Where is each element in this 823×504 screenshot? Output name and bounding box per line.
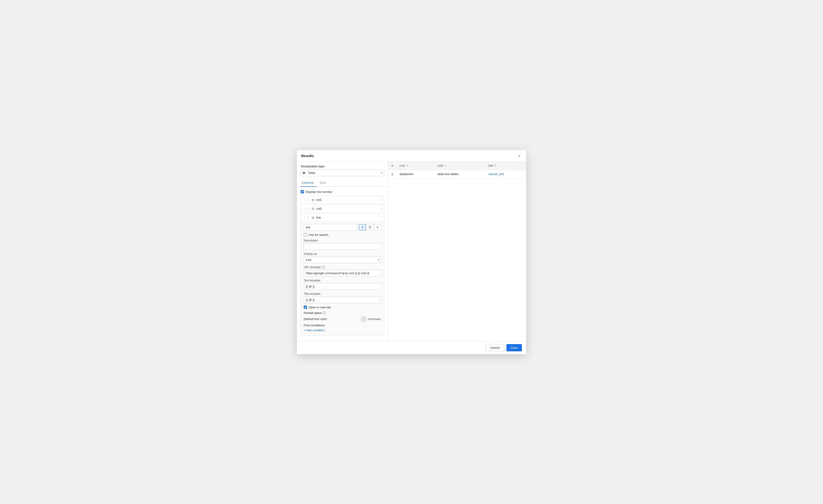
drag-handle-link[interactable]: ⋮⋮	[303, 216, 310, 219]
col-type-icon-col1: ⊞	[312, 198, 314, 202]
column-item-col1: ⋮⋮ ⊞ col1 ›	[301, 196, 384, 204]
url-template-group: URL template ?	[304, 266, 381, 277]
open-in-new-tab-row: Open in new tab	[304, 306, 381, 309]
col1-sort-icon[interactable]: ⇅	[406, 164, 408, 167]
row-num-cell: 1	[388, 170, 396, 178]
tab-columns[interactable]: Columns	[301, 179, 316, 187]
visualization-type-select[interactable]: Table Chart Pivot	[301, 169, 384, 176]
use-for-search-label: Use for search	[309, 233, 328, 236]
link-sort-icon[interactable]: ⇅	[494, 164, 496, 167]
tabs-bar: Columns Grid	[297, 179, 388, 187]
color-swatch-label: Automatic	[367, 317, 381, 321]
save-button[interactable]: Save	[506, 344, 522, 351]
preview-table-body: 1 databricks delta live tables search_li…	[388, 170, 526, 178]
format-specs-label-row: Format specs ?	[304, 311, 381, 315]
col2-sort-icon[interactable]: ⇅	[444, 164, 446, 167]
align-left-button[interactable]: ≡	[359, 224, 366, 230]
header-row: # col1 ⇅ col2 ⇅	[388, 162, 526, 170]
col2-chevron-icon: ›	[381, 207, 381, 210]
header-col2: col2 ⇅	[434, 162, 485, 170]
column-item-link-header[interactable]: ⋮⋮ ⊞ link ˅	[301, 214, 384, 221]
use-for-search-checkbox[interactable]	[304, 233, 307, 236]
col1-name: col1	[316, 198, 379, 201]
header-row-num: #	[388, 162, 396, 170]
title-template-input[interactable]	[304, 296, 381, 303]
drag-handle-col2[interactable]: ⋮⋮	[303, 207, 310, 211]
open-in-new-tab-checkbox[interactable]	[304, 306, 307, 309]
url-template-help-icon[interactable]: ?	[322, 266, 325, 269]
align-right-button[interactable]: ≡	[374, 224, 381, 230]
color-swatch[interactable]: Automatic	[361, 317, 381, 322]
add-condition-label: + Add condition	[304, 328, 325, 332]
display-as-select-wrapper: Link Text Image ▾	[304, 257, 381, 263]
display-as-select[interactable]: Link Text Image	[304, 257, 381, 263]
header-col2-label: col2	[438, 164, 443, 167]
drag-handle-col1[interactable]: ⋮⋮	[303, 198, 310, 202]
modal-title: Results	[301, 154, 314, 158]
font-conditions-label: Font conditions:	[304, 324, 381, 327]
text-template-label: Text template	[304, 279, 381, 282]
link-chevron-icon: ˅	[380, 216, 381, 219]
header-link: link ⇅	[485, 162, 526, 170]
visualization-type-label: Visualization type	[301, 165, 384, 168]
default-font-color-label: Default font color:	[304, 317, 328, 321]
left-panel: Visualization type ⊞ Table Chart Pivot ▾…	[297, 162, 388, 341]
checkerboard-icon	[361, 317, 366, 322]
link-name: link	[316, 216, 379, 219]
col1-chevron-icon: ›	[381, 198, 381, 201]
col1-cell: databricks	[396, 170, 434, 178]
preview-table: # col1 ⇅ col2 ⇅	[388, 162, 526, 178]
header-link-label: link	[489, 164, 493, 167]
columns-section: Display row number ⋮⋮ ⊞ col1 › ⋮⋮ ⊞	[297, 187, 388, 336]
column-item-col1-header[interactable]: ⋮⋮ ⊞ col1 ›	[301, 196, 384, 204]
tab-grid[interactable]: Grid	[319, 179, 328, 187]
url-template-label-row: URL template ?	[304, 266, 381, 269]
display-as-label: Display as:	[304, 252, 381, 256]
title-template-group: Title template	[304, 292, 381, 303]
search-link[interactable]: search_link	[489, 172, 504, 176]
align-buttons: ≡ ☰ ≡	[359, 224, 381, 230]
text-template-input[interactable]	[304, 283, 381, 290]
url-template-input[interactable]	[304, 270, 381, 277]
use-for-search-row: Use for search	[304, 233, 381, 236]
close-button[interactable]: ×	[516, 153, 522, 159]
visualization-type-section: Visualization type ⊞ Table Chart Pivot ▾	[297, 162, 388, 179]
preview-table-header: # col1 ⇅ col2 ⇅	[388, 162, 526, 170]
col-type-icon-col2: ⊞	[312, 207, 314, 211]
header-col1: col1 ⇅	[396, 162, 434, 170]
default-font-color-row: Default font color: Automatic	[304, 317, 381, 322]
format-specs-help-icon[interactable]: ?	[323, 311, 326, 315]
modal-footer: Cancel Save	[297, 341, 526, 354]
col-type-icon-link: ⊞	[312, 216, 314, 219]
align-center-button[interactable]: ☰	[366, 224, 374, 230]
table-row: 1 databricks delta live tables search_li…	[388, 170, 526, 178]
description-group: Description	[304, 239, 381, 250]
col2-cell: delta live tables	[434, 170, 485, 178]
format-specs-label-text: Format specs	[304, 311, 322, 315]
modal-body: Visualization type ⊞ Table Chart Pivot ▾…	[297, 162, 526, 341]
name-align-row: ≡ ☰ ≡	[304, 224, 381, 231]
modal-header: Results ×	[297, 150, 526, 162]
description-input[interactable]	[304, 243, 381, 250]
display-row-number-checkbox[interactable]	[301, 190, 304, 193]
column-item-col2-header[interactable]: ⋮⋮ ⊞ col2 ›	[301, 205, 384, 212]
display-row-number-label: Display row number	[306, 190, 332, 194]
cancel-button[interactable]: Cancel	[486, 344, 504, 351]
title-template-label: Title template	[304, 292, 381, 296]
link-expanded: ≡ ☰ ≡ Use for search Descripti	[301, 221, 384, 335]
col2-name: col2	[316, 207, 379, 210]
visualization-type-select-wrapper: ⊞ Table Chart Pivot ▾	[301, 169, 384, 176]
link-cell: search_link	[485, 170, 526, 178]
open-in-new-tab-label: Open in new tab	[309, 306, 331, 309]
results-modal: Results × Visualization type ⊞ Table Cha…	[297, 150, 526, 354]
header-col1-label: col1	[399, 164, 405, 167]
text-template-group: Text template	[304, 279, 381, 290]
description-label: Description	[304, 239, 381, 242]
right-panel: # col1 ⇅ col2 ⇅	[388, 162, 526, 341]
column-item-col2: ⋮⋮ ⊞ col2 ›	[301, 205, 384, 213]
link-name-input[interactable]	[304, 224, 357, 231]
add-condition-button[interactable]: + Add condition	[304, 328, 325, 332]
display-row-number-row: Display row number	[301, 190, 384, 194]
header-hash: #	[391, 164, 393, 167]
url-template-label-text: URL template	[304, 266, 321, 269]
